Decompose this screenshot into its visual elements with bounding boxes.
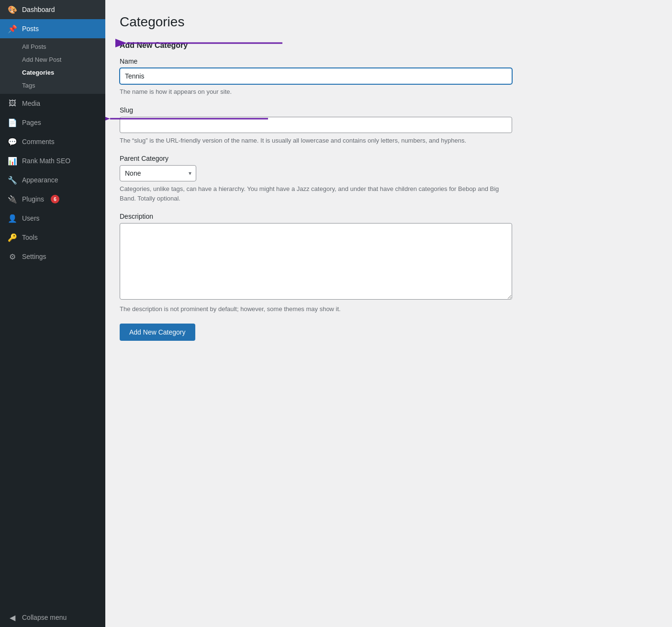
name-group: Name The name is how it appears on your … <box>120 57 512 97</box>
sidebar-item-label: Dashboard <box>22 6 55 13</box>
parent-category-select[interactable]: None <box>120 165 196 181</box>
sidebar-item-tools[interactable]: 🔑 Tools <box>0 228 105 247</box>
page-title: Categories <box>120 14 658 30</box>
slug-group: Slug The “slug” is the URL-friendly vers… <box>120 106 512 146</box>
slug-label: Slug <box>120 106 512 114</box>
description-input[interactable] <box>120 223 512 300</box>
sidebar-item-settings[interactable]: ⚙ Settings <box>0 247 105 266</box>
main-content: Categories Add New Category Name The nam… <box>105 0 672 627</box>
parent-select-wrapper: None ▾ <box>120 165 196 181</box>
parent-label: Parent Category <box>120 155 512 162</box>
sidebar-item-categories[interactable]: Categories <box>0 66 105 79</box>
add-new-category-button[interactable]: Add New Category <box>120 324 195 341</box>
users-icon: 👤 <box>8 213 17 223</box>
sidebar-item-pages[interactable]: 📄 Pages <box>0 113 105 132</box>
sidebar: 🎨 Dashboard 📌 Posts All Posts Add New Po… <box>0 0 105 627</box>
sidebar-item-plugins[interactable]: 🔌 Plugins 6 <box>0 190 105 209</box>
parent-hint: Categories, unlike tags, can have a hier… <box>120 184 512 203</box>
sidebar-item-dashboard[interactable]: 🎨 Dashboard <box>0 0 105 19</box>
sidebar-item-add-new-post[interactable]: Add New Post <box>0 53 105 66</box>
sidebar-item-all-posts[interactable]: All Posts <box>0 40 105 53</box>
sidebar-item-rankmath[interactable]: 📊 Rank Math SEO <box>0 151 105 170</box>
media-icon: 🖼 <box>8 99 17 108</box>
description-label: Description <box>120 213 512 220</box>
settings-icon: ⚙ <box>8 252 17 261</box>
plugins-badge: 6 <box>51 195 59 203</box>
sidebar-item-posts[interactable]: 📌 Posts <box>0 19 105 38</box>
rankmath-icon: 📊 <box>8 156 17 166</box>
slug-hint: The “slug” is the URL-friendly version o… <box>120 136 512 146</box>
parent-category-group: Parent Category None ▾ Categories, unlik… <box>120 155 512 203</box>
add-category-form: Add New Category Name The name is how it… <box>120 41 512 341</box>
slug-input[interactable] <box>120 117 512 133</box>
collapse-icon: ◀ <box>8 613 17 622</box>
sidebar-item-comments[interactable]: 💬 Comments <box>0 132 105 151</box>
posts-icon: 📌 <box>8 24 17 34</box>
name-hint: The name is how it appears on your site. <box>120 87 512 97</box>
name-input[interactable] <box>120 68 512 84</box>
appearance-icon: 🔧 <box>8 175 17 185</box>
description-group: Description The description is not promi… <box>120 213 512 314</box>
sidebar-item-tags[interactable]: Tags <box>0 79 105 92</box>
description-hint: The description is not prominent by defa… <box>120 304 512 314</box>
plugins-icon: 🔌 <box>8 194 17 204</box>
name-label: Name <box>120 57 512 65</box>
sidebar-item-media[interactable]: 🖼 Media <box>0 94 105 113</box>
pages-icon: 📄 <box>8 118 17 127</box>
posts-submenu: All Posts Add New Post Categories Tags <box>0 38 105 94</box>
section-title: Add New Category <box>120 41 512 50</box>
tools-icon: 🔑 <box>8 233 17 242</box>
sidebar-item-appearance[interactable]: 🔧 Appearance <box>0 170 105 190</box>
comments-icon: 💬 <box>8 137 17 146</box>
dashboard-icon: 🎨 <box>8 5 17 14</box>
sidebar-item-users[interactable]: 👤 Users <box>0 209 105 228</box>
sidebar-item-collapse[interactable]: ◀ Collapse menu <box>0 608 105 627</box>
